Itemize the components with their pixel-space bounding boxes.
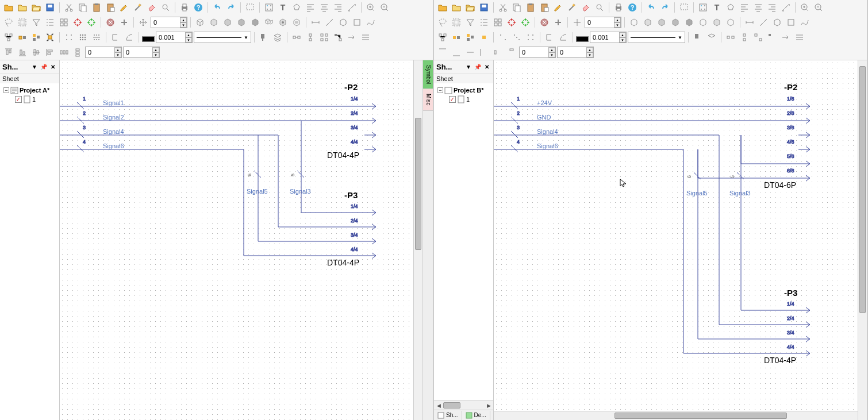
snap2-icon[interactable] <box>30 31 43 44</box>
lasso-icon[interactable] <box>436 16 449 29</box>
cube8-icon[interactable] <box>724 16 737 29</box>
hexagon-icon[interactable] <box>337 16 349 29</box>
text-tool-icon[interactable]: T <box>276 1 289 14</box>
align-center-icon[interactable] <box>752 1 765 14</box>
folder-open-icon[interactable] <box>464 1 477 14</box>
dropdown-icon[interactable]: ▼ <box>30 63 39 71</box>
spline-icon[interactable] <box>798 16 811 29</box>
line-icon[interactable] <box>757 16 770 29</box>
bus-icon[interactable] <box>359 31 372 44</box>
list-icon[interactable] <box>478 16 490 29</box>
arrow-flow-icon[interactable] <box>345 31 358 44</box>
undo-icon[interactable] <box>211 1 224 14</box>
cut-icon[interactable] <box>63 1 75 14</box>
scrollbar-horizontal[interactable] <box>494 411 858 420</box>
project-name[interactable]: Project A* <box>20 87 49 94</box>
align-top-icon[interactable] <box>436 46 449 59</box>
align-vcenter-icon[interactable] <box>464 46 477 59</box>
node4-icon[interactable] <box>766 31 778 44</box>
open-folder-icon[interactable] <box>2 1 15 14</box>
angle-input[interactable] <box>585 19 614 26</box>
layer-icon[interactable] <box>705 31 718 44</box>
eraser-icon[interactable] <box>579 1 592 14</box>
polygon-icon[interactable] <box>724 1 737 14</box>
down-arrow-icon[interactable]: ▼ <box>619 37 626 43</box>
move-icon[interactable] <box>571 16 583 29</box>
grid-view-icon[interactable] <box>57 16 70 29</box>
arrow-flow-icon[interactable] <box>779 31 792 44</box>
spin4[interactable]: ▲▼ <box>123 47 160 58</box>
dots3-icon[interactable] <box>524 31 537 44</box>
wand-icon[interactable] <box>566 1 578 14</box>
filter-icon[interactable] <box>30 16 43 29</box>
close-round-icon[interactable] <box>104 16 117 29</box>
cube6-icon[interactable] <box>697 16 709 29</box>
spin3[interactable]: ▲▼ <box>519 47 556 58</box>
cube5-icon[interactable] <box>249 16 262 29</box>
canvas-right[interactable]: 1 2 3 4 +24V GND Signal4 Signal6 -P2 <box>494 60 867 420</box>
redo-icon[interactable] <box>659 1 671 14</box>
dots1-icon[interactable] <box>497 31 509 44</box>
spin3-input[interactable] <box>86 49 114 56</box>
layer-icon[interactable] <box>271 31 284 44</box>
folder-icon[interactable] <box>16 1 29 14</box>
dots3-icon[interactable] <box>90 31 103 44</box>
cube1-icon[interactable] <box>628 16 640 29</box>
up-arrow-icon[interactable]: ▲ <box>614 17 621 22</box>
align-left-icon[interactable] <box>738 1 751 14</box>
redo-icon[interactable] <box>225 1 237 14</box>
scrollbar-vertical[interactable] <box>413 60 423 420</box>
folder-open-icon[interactable] <box>30 1 43 14</box>
help-icon[interactable]: ? <box>626 1 639 14</box>
cube3-icon[interactable] <box>221 16 234 29</box>
sheet-name[interactable]: 1 <box>32 96 36 103</box>
cube5-icon[interactable] <box>683 16 696 29</box>
paste-special-icon[interactable] <box>104 1 117 14</box>
up-arrow-icon[interactable]: ▲ <box>185 32 192 37</box>
precision-spinbox[interactable]: ▲▼ <box>590 32 627 43</box>
measure-icon[interactable] <box>779 1 792 14</box>
tree-expand-icon[interactable]: − <box>437 87 443 93</box>
bottom-tab-de[interactable]: De... <box>462 411 490 420</box>
target-green-icon[interactable] <box>519 16 532 29</box>
format-brush-icon[interactable] <box>692 31 704 44</box>
eraser-icon[interactable] <box>145 1 158 14</box>
node3-icon[interactable] <box>752 31 765 44</box>
angle-spinbox-1[interactable]: ▲▼ <box>151 17 187 28</box>
open-folder-icon[interactable] <box>436 1 449 14</box>
cube3-icon[interactable] <box>655 16 668 29</box>
up-arrow-icon[interactable]: ▲ <box>180 17 187 22</box>
spin3-input[interactable] <box>520 49 548 56</box>
bus-icon[interactable] <box>793 31 806 44</box>
search-tool-icon[interactable] <box>593 1 606 14</box>
project-name[interactable]: Project B* <box>454 87 484 94</box>
paste-icon[interactable] <box>524 1 537 14</box>
cube2-icon[interactable] <box>642 16 654 29</box>
pin-icon[interactable]: 📌 <box>474 63 482 71</box>
target-red-icon[interactable] <box>505 16 518 29</box>
spline-icon[interactable] <box>364 16 377 29</box>
color-swatch[interactable] <box>142 36 155 42</box>
paste-icon[interactable] <box>90 1 103 14</box>
cube7-icon[interactable] <box>276 16 289 29</box>
align-center-icon[interactable] <box>318 1 331 14</box>
align-bottom-icon[interactable] <box>16 46 29 59</box>
align-right-icon[interactable] <box>766 1 778 14</box>
spin4[interactable]: ▲▼ <box>557 47 594 58</box>
snap3-icon[interactable] <box>44 31 56 44</box>
edit-icon[interactable] <box>118 1 130 14</box>
tab-misc[interactable]: Misc <box>423 89 433 111</box>
line-style-dropdown[interactable]: ▼ <box>194 32 251 43</box>
align-right-icon[interactable] <box>332 1 344 14</box>
checkbox-checked-icon[interactable]: ✓ <box>449 96 456 103</box>
tab-symbol[interactable]: Symbol <box>423 60 433 89</box>
branch1-icon[interactable] <box>543 31 556 44</box>
angle-input[interactable] <box>151 19 180 26</box>
cube1-icon[interactable] <box>194 16 206 29</box>
node2-icon[interactable] <box>304 31 317 44</box>
down-arrow-icon[interactable]: ▼ <box>614 22 621 28</box>
up-arrow-icon[interactable]: ▲ <box>152 47 159 52</box>
branch2-icon[interactable] <box>557 31 570 44</box>
measure-icon[interactable] <box>345 1 358 14</box>
save-icon[interactable] <box>44 1 56 14</box>
